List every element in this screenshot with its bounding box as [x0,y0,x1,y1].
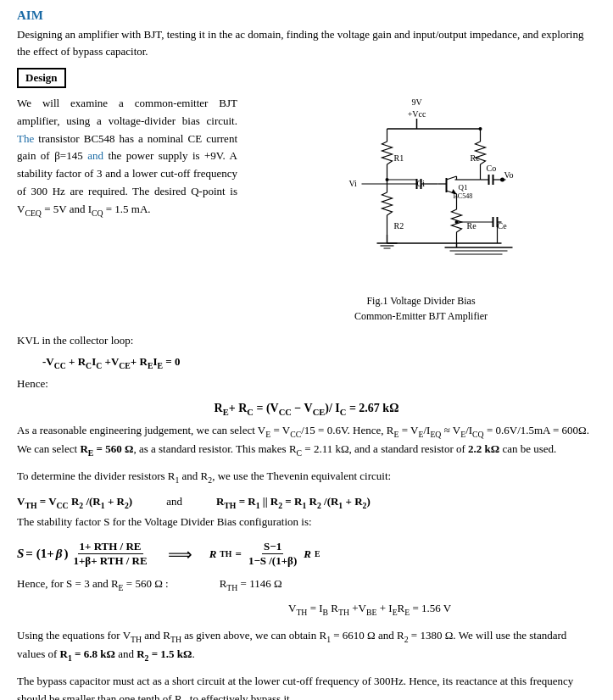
final-para: Using the equations for VTH and RTH as g… [17,627,596,664]
hence-s-text: Hence, for S = 3 and RE = 560 Ω : [17,575,169,594]
svg-text:Re: Re [467,221,477,231]
circuit-svg: 9V +Vcc R1 R2 Vi Ci [246,95,596,290]
hence-s-row: Hence, for S = 3 and RE = 560 Ω : RTH = … [17,575,596,594]
engineering-para: As a reasonable engineering judgement, w… [17,422,596,459]
svg-text:Vi: Vi [349,179,358,188]
rth-fraction: S−1 1−S /(1+β) [247,540,298,569]
svg-text:Q1: Q1 [459,183,468,192]
thevenin-para: To determine the divider resistors R1 an… [17,468,596,486]
intro-text: We will examine a common-emitter BJT amp… [17,95,237,324]
hence-s-section: Hence, for S = 3 and RE = 560 Ω : RTH = … [17,575,596,618]
kvl-section: KVL in the collector loop: -VCC + RCIC +… [17,332,596,393]
hence-label: Hence: [17,375,596,393]
implies-arrow: ⟹ [168,544,192,564]
intro-section: We will examine a common-emitter BJT amp… [17,95,596,324]
svg-text:Ce: Ce [498,221,508,231]
stability-formula-row: S = (1+β) 1+ R​TH / RE 1+β+ R​TH / RE ⟹ … [17,540,596,569]
svg-text:R1: R1 [394,153,404,163]
vth-equation: VTH = VCC R2 /(R1 + R2) [17,495,132,510]
svg-point-50 [479,127,482,131]
and-word: and [166,495,182,508]
svg-line-23 [447,176,457,180]
aim-section: AIM Designing an amplifier with BJT, tes… [17,8,596,59]
rth-formula: RTH = S−1 1−S /(1+β) RE [209,540,320,569]
thevenin-equations-row: VTH = VCC R2 /(R1 + R2) and RTH = R1 || … [17,495,596,510]
aim-title: AIM [17,8,596,23]
bypass-para: The bypass capacitor must act as a short… [17,673,596,700]
design-label: Design [17,68,66,88]
rth-value: RTH = 1146 Ω [220,575,282,594]
svg-text:R2: R2 [394,221,404,231]
aim-description: Designing an amplifier with BJT, testing… [17,26,596,59]
re-rc-equation: RE+ RC = (VCC − VCE)/ IC = 2.67 kΩ [17,402,596,417]
svg-text:+Vcc: +Vcc [408,109,426,119]
kvl-equation: -VCC + RCIC +VCE+ REIE = 0 [42,353,596,372]
fig-caption: Fig.1 Voltage Divider Bias Common-Emitte… [354,293,488,324]
s-formula: S = (1+β) 1+ R​TH / RE 1+β+ R​TH / RE [17,540,151,569]
s-fraction: 1+ R​TH / RE 1+β+ R​TH / RE [71,540,148,569]
svg-point-49 [455,220,459,224]
vth-value: VTH = IB RTH +VBE + IERE = 1.56 V [288,600,596,619]
kvl-title: KVL in the collector loop: [17,332,596,350]
stability-para: The stability factor S for the Voltage D… [17,514,596,531]
circuit-diagram-area: 9V +Vcc R1 R2 Vi Ci [246,95,596,324]
svg-text:Vo: Vo [504,170,514,180]
svg-text:9V: 9V [411,97,422,107]
svg-text:Co: Co [487,164,497,173]
rth-equation: RTH = R1 || R2 = R1 R2 /(R1 + R2) [216,495,371,510]
svg-text:BC548: BC548 [454,192,473,200]
svg-point-36 [500,178,504,182]
